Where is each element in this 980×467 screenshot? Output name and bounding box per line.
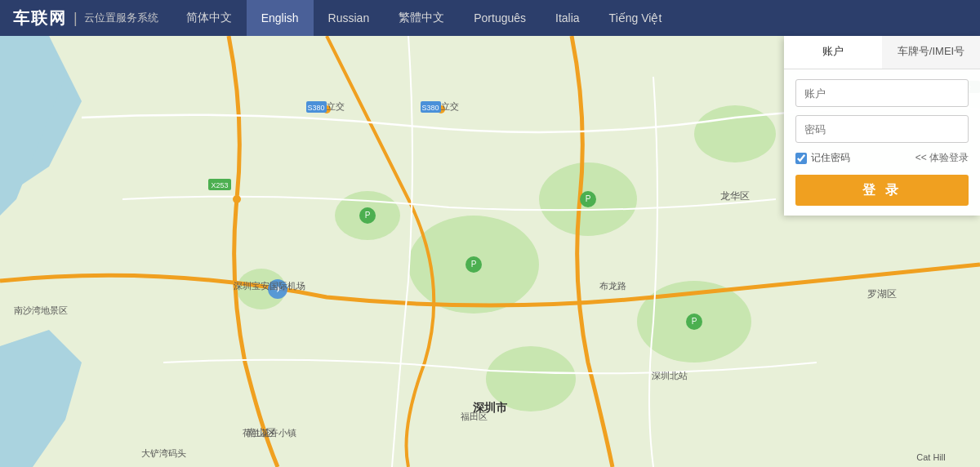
svg-text:罗湖区: 罗湖区 bbox=[867, 288, 897, 300]
tab-traditional-chinese[interactable]: 繁體中文 bbox=[384, 0, 459, 36]
login-panel: 账户 车牌号/IMEI号 记住密码 << 体验登录 登 录 bbox=[784, 36, 980, 216]
tab-portuguese[interactable]: Português bbox=[459, 0, 541, 36]
svg-point-13 bbox=[233, 195, 241, 203]
svg-text:布龙路: 布龙路 bbox=[599, 281, 626, 291]
logo-subtitle: 云位置服务系统 bbox=[84, 11, 158, 25]
svg-text:福田区: 福田区 bbox=[461, 411, 488, 421]
login-tabs: 账户 车牌号/IMEI号 bbox=[784, 36, 980, 69]
tab-italian[interactable]: Italia bbox=[541, 0, 595, 36]
svg-text:Cat Hill: Cat Hill bbox=[916, 452, 945, 462]
login-button[interactable]: 登 录 bbox=[795, 175, 969, 206]
svg-text:P: P bbox=[471, 260, 477, 269]
svg-text:P: P bbox=[365, 211, 371, 220]
tab-simplified-chinese[interactable]: 简体中文 bbox=[172, 0, 247, 36]
guest-login-link[interactable]: << 体验登录 bbox=[915, 151, 969, 165]
tab-russian[interactable]: Russian bbox=[314, 0, 385, 36]
logo-divider: | bbox=[74, 10, 78, 27]
remember-label: 记住密码 bbox=[811, 151, 850, 165]
tab-english[interactable]: English bbox=[247, 0, 314, 36]
remember-checkbox[interactable] bbox=[795, 153, 807, 164]
tab-account[interactable]: 账户 bbox=[784, 36, 882, 69]
svg-text:深圳北站: 深圳北站 bbox=[652, 371, 688, 380]
remember-row: 记住密码 << 体验登录 bbox=[795, 151, 969, 165]
svg-text:荷兰花卉小镇: 荷兰花卉小镇 bbox=[243, 428, 296, 438]
nav-tabs: 简体中文 English Russian 繁體中文 Português Ital… bbox=[172, 0, 980, 36]
header: 车联网 | 云位置服务系统 简体中文 English Russian 繁體中文 … bbox=[0, 0, 980, 36]
svg-text:P: P bbox=[692, 317, 697, 326]
logo-title: 车联网 bbox=[13, 7, 67, 29]
account-input[interactable] bbox=[795, 79, 969, 107]
svg-text:S380: S380 bbox=[421, 104, 439, 112]
svg-text:S380: S380 bbox=[307, 104, 324, 112]
svg-text:深圳宝安国际机场: 深圳宝安国际机场 bbox=[234, 281, 305, 291]
tab-vietnamese[interactable]: Tiếng Việt bbox=[595, 0, 677, 36]
svg-text:龙华区: 龙华区 bbox=[720, 190, 750, 202]
svg-text:南沙湾地景区: 南沙湾地景区 bbox=[14, 305, 68, 315]
password-input[interactable] bbox=[795, 115, 969, 143]
login-form: 记住密码 << 体验登录 登 录 bbox=[784, 69, 980, 216]
logo-area: 车联网 | 云位置服务系统 bbox=[0, 7, 172, 29]
svg-text:P: P bbox=[586, 194, 591, 203]
remember-left: 记住密码 bbox=[795, 151, 850, 165]
svg-text:X253: X253 bbox=[211, 181, 228, 189]
svg-text:大铲湾码头: 大铲湾码头 bbox=[141, 448, 186, 458]
tab-plate-imei[interactable]: 车牌号/IMEI号 bbox=[882, 36, 980, 69]
